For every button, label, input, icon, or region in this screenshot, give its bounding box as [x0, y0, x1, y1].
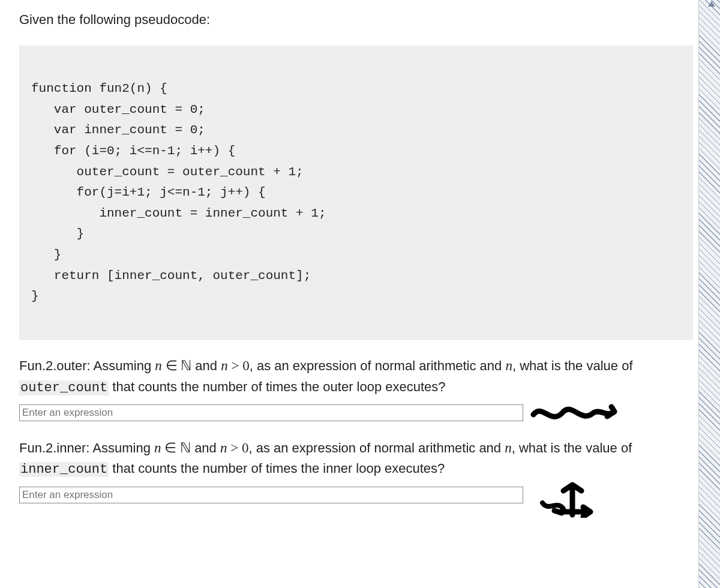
math-gt: > — [227, 440, 241, 455]
math-n: n — [505, 440, 512, 455]
intro-text: Given the following pseudocode: — [19, 12, 693, 28]
inline-code-outer-count: outer_count — [19, 380, 109, 395]
math-zero: 0 — [242, 440, 249, 455]
inline-code-inner-count: inner_count — [19, 462, 109, 477]
redaction-scribble — [530, 400, 620, 427]
math-n: n — [505, 358, 512, 373]
answer-row-inner — [19, 482, 693, 509]
math-nat: ℕ — [180, 440, 191, 455]
scroll-up-icon[interactable] — [708, 1, 715, 7]
question-outer: Fun.2.outer: Assuming n ∈ ℕ and n > 0, a… — [19, 355, 693, 398]
q1-and: and — [191, 358, 221, 373]
q1-label: Fun.2.outer: — [19, 358, 91, 373]
math-n: n — [154, 440, 161, 455]
question-content: Given the following pseudocode: function… — [19, 0, 693, 509]
q2-label: Fun.2.inner: — [19, 440, 89, 455]
answer-input-inner[interactable] — [19, 487, 523, 503]
q1-tail2: , what is the value of — [512, 358, 633, 373]
math-in: ∈ — [161, 440, 181, 455]
q1-tail3: that counts the number of times the oute… — [109, 379, 445, 394]
q2-text: Assuming — [89, 440, 154, 455]
q2-and: and — [191, 440, 220, 455]
page: Given the following pseudocode: function… — [0, 0, 720, 588]
code-block: function fun2(n) { var outer_count = 0; … — [19, 46, 693, 340]
q1-text: Assuming — [91, 358, 155, 373]
scroll-gutter — [698, 0, 720, 588]
answer-input-outer[interactable] — [19, 404, 523, 421]
question-inner: Fun.2.inner: Assuming n ∈ ℕ and n > 0, a… — [19, 437, 693, 481]
math-nat: ℕ — [181, 358, 191, 373]
q2-tail3: that counts the number of times the inne… — [109, 461, 445, 476]
math-n: n — [220, 440, 227, 455]
math-gt: > — [228, 358, 242, 373]
math-n: n — [221, 358, 228, 373]
q2-tail2: , what is the value of — [512, 440, 632, 455]
redaction-scribble — [530, 482, 620, 509]
q2-tail1: , as an expression of normal arithmetic … — [248, 440, 505, 455]
answer-row-outer — [19, 400, 693, 427]
math-n: n — [155, 358, 162, 373]
q1-tail1: , as an expression of normal arithmetic … — [250, 358, 506, 373]
math-in: ∈ — [162, 358, 181, 373]
math-zero: 0 — [242, 358, 250, 373]
